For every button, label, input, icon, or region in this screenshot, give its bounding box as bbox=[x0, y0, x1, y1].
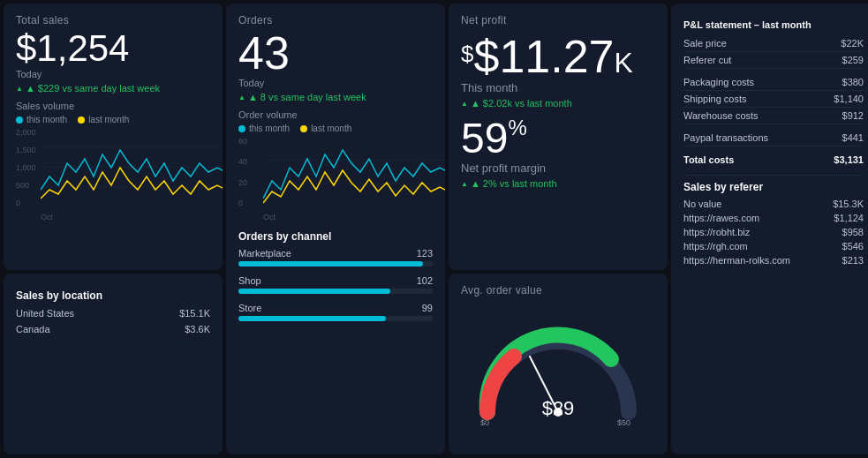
location-us-label: United States bbox=[16, 308, 74, 319]
net-profit-value: $$11.27K bbox=[461, 34, 655, 79]
legend-last-month: last month bbox=[78, 115, 129, 124]
total-sales-title: Total sales bbox=[16, 14, 210, 26]
orders-dot-yellow bbox=[300, 125, 307, 132]
avg-order-title: Avg. order value bbox=[461, 284, 655, 297]
referer-title: Sales by referer bbox=[683, 175, 864, 193]
net-profit-trend: ▲ $2.02k vs last month bbox=[461, 98, 655, 109]
avg-order-card: Avg. order value $0 $50 $29 bbox=[449, 274, 668, 454]
orders-trend: ▲ 8 vs same day last week bbox=[238, 92, 433, 102]
margin-value: 59% bbox=[461, 117, 655, 160]
referer-robht: https://robht.biz$958 bbox=[683, 225, 864, 239]
pl-title: P&L statement – last month bbox=[683, 19, 864, 30]
location-ca-value: $3.6K bbox=[185, 324, 210, 334]
location-row-ca: Canada $3.6K bbox=[16, 321, 210, 337]
pl-card: P&L statement – last month Sale price$22… bbox=[671, 4, 868, 454]
pl-shipping: Shipping costs$1,140 bbox=[683, 91, 864, 108]
marketplace-bar-bg bbox=[238, 261, 433, 267]
orders-chart-wrap: 6040200 Oct bbox=[238, 137, 433, 221]
total-sales-card: Total sales $1,254 Today ▲ $229 vs same … bbox=[4, 4, 223, 270]
marketplace-label: Marketplace bbox=[238, 248, 291, 259]
channel-bars: Marketplace 123 Shop 102 Store bbox=[238, 248, 433, 321]
order-volume-title: Order volume bbox=[238, 109, 433, 120]
margin-section: 59% Net profit margin ▲ 2% vs last month bbox=[461, 117, 655, 189]
location-rows: United States $15.1K Canada $3.6K bbox=[16, 305, 210, 337]
store-label: Store bbox=[238, 303, 261, 313]
channel-shop: Shop 102 bbox=[238, 275, 433, 294]
store-bar-bg bbox=[238, 316, 433, 321]
sales-location-title: Sales by location bbox=[16, 289, 210, 302]
channel-marketplace: Marketplace 123 bbox=[238, 248, 433, 267]
channel-store: Store 99 bbox=[238, 303, 433, 321]
orders-dot-cyan bbox=[238, 125, 245, 132]
total-sales-today: Today bbox=[16, 69, 210, 79]
net-profit-card: Net profit $$11.27K This month ▲ $2.02k … bbox=[449, 4, 668, 270]
svg-text:$29: $29 bbox=[542, 397, 575, 419]
channels-title: Orders by channel bbox=[238, 230, 433, 243]
svg-text:$0: $0 bbox=[480, 418, 489, 425]
orders-card: Orders 43 Today ▲ 8 vs same day last wee… bbox=[226, 4, 445, 454]
location-row-us: United States $15.1K bbox=[16, 305, 210, 321]
referer-rawes: https://rawes.com$1,124 bbox=[683, 211, 864, 225]
marketplace-value: 123 bbox=[417, 248, 433, 259]
referer-rgh: https://rgh.com$546 bbox=[683, 239, 864, 253]
shop-label: Shop bbox=[238, 275, 261, 286]
pl-referer-cut: Referer cut$259 bbox=[683, 52, 864, 69]
location-us-value: $15.1K bbox=[179, 308, 210, 319]
pl-paypal: Paypal transactions$441 bbox=[683, 130, 864, 146]
gauge-container: $0 $50 $29 bbox=[461, 300, 655, 444]
sales-chart bbox=[41, 128, 223, 207]
svg-text:$50: $50 bbox=[617, 418, 630, 425]
shop-bar-fill bbox=[238, 289, 390, 294]
shop-bar-bg bbox=[238, 289, 433, 294]
pl-warehouse: Warehouse costs$912 bbox=[683, 108, 864, 124]
orders-today: Today bbox=[238, 78, 433, 88]
legend-this-month: this month bbox=[16, 115, 67, 124]
sales-y-axis: 2,0001,5001,0005000 bbox=[16, 128, 36, 207]
location-ca-label: Canada bbox=[16, 324, 50, 334]
store-value: 99 bbox=[422, 303, 433, 313]
pl-packaging: Packaging costs$380 bbox=[683, 74, 864, 91]
pl-total: Total costs$3,131 bbox=[683, 152, 864, 168]
orders-value: 43 bbox=[238, 30, 433, 76]
orders-legend: this month last month bbox=[238, 124, 433, 133]
last-month-dot bbox=[78, 116, 85, 124]
total-sales-trend: ▲ $229 vs same day last week bbox=[16, 83, 210, 94]
store-bar-fill bbox=[238, 316, 386, 321]
margin-label: Net profit margin bbox=[461, 161, 655, 175]
marketplace-bar-fill bbox=[238, 261, 423, 267]
sales-x-label: Oct bbox=[41, 213, 210, 221]
net-profit-title: Net profit bbox=[461, 14, 655, 26]
margin-trend: ▲ 2% vs last month bbox=[461, 178, 655, 189]
orders-y-axis: 6040200 bbox=[238, 137, 247, 207]
sales-location-card: Sales by location United States $15.1K C… bbox=[4, 274, 223, 454]
orders-x-label: Oct bbox=[263, 213, 433, 221]
referer-herman: https://herman-rolks.com$213 bbox=[683, 253, 864, 267]
sales-volume-title: Sales volume bbox=[16, 101, 210, 111]
orders-title: Orders bbox=[238, 14, 433, 26]
orders-chart bbox=[263, 137, 445, 207]
referer-no-value: No value$15.3K bbox=[683, 197, 864, 211]
total-sales-value: $1,254 bbox=[16, 30, 210, 67]
sales-chart-wrap: 2,0001,5001,0005000 bbox=[16, 128, 210, 221]
pl-sale-price: Sale price$22K bbox=[683, 35, 864, 52]
orders-legend-this: this month bbox=[238, 124, 290, 133]
shop-value: 102 bbox=[417, 275, 433, 286]
this-month-dot bbox=[16, 116, 23, 124]
gauge-chart: $0 $50 $29 bbox=[470, 319, 646, 425]
sales-legend: this month last month bbox=[16, 115, 210, 124]
pl-rows: Sale price$22K Referer cut$259 Packaging… bbox=[683, 35, 864, 168]
this-month-label: This month bbox=[461, 81, 655, 94]
orders-legend-last: last month bbox=[300, 124, 351, 133]
referer-rows: No value$15.3K https://rawes.com$1,124 h… bbox=[683, 197, 864, 267]
